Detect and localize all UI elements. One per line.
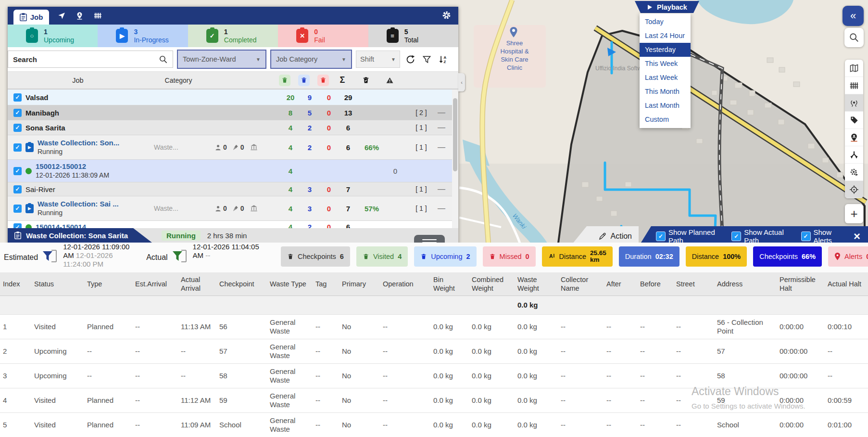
dash-value: — — [438, 143, 450, 152]
search-input[interactable]: Search — [8, 51, 173, 68]
dash-value: — — [438, 185, 450, 193]
playback-item[interactable]: Last Month — [640, 99, 691, 113]
helper-count: 0 — [240, 205, 244, 212]
cell: 0.0 kg — [515, 364, 558, 388]
path-toggle[interactable]: Show Alerts — [801, 228, 847, 244]
live-tracking-button[interactable] — [845, 94, 863, 112]
checkbox-icon[interactable] — [656, 231, 666, 241]
playback-item[interactable]: Last Week — [640, 71, 691, 85]
elapsed-time: 2 hrs 38 min — [207, 231, 247, 240]
tab-fail[interactable]: ✕ 0Fail — [278, 25, 368, 47]
fence-icon[interactable] — [93, 12, 102, 20]
cell: 57 — [216, 339, 267, 364]
town-zone-ward-select[interactable]: Town-Zone-Ward — [177, 50, 266, 69]
collapse-panel-button[interactable]: « — [843, 6, 864, 26]
panel-collapse-handle[interactable]: ‹ — [458, 73, 465, 91]
job-link[interactable]: Waste Collection: Sai ... — [38, 200, 119, 209]
zoom-in-button[interactable]: + — [845, 204, 863, 223]
row-checkbox[interactable] — [13, 167, 22, 175]
table-row-group[interactable]: Valsad 20 9 0 29 — [8, 90, 458, 105]
playback-item[interactable]: Custom — [640, 113, 691, 127]
visited-count: 8 — [281, 109, 300, 117]
table-row-job[interactable]: ▶ Waste Collection: Son...Running Waste.… — [8, 135, 458, 160]
playback-item[interactable]: This Week — [640, 57, 691, 71]
trip-link[interactable]: 150012-150012 — [36, 162, 109, 171]
upcoming-label: Upcoming — [44, 36, 74, 44]
shift-select[interactable]: Shift — [356, 51, 400, 68]
cell: Upcoming — [31, 364, 84, 388]
playback-item[interactable]: Today — [640, 15, 691, 29]
navigate-icon[interactable] — [58, 12, 66, 20]
checkbox-icon[interactable] — [731, 231, 741, 241]
tags-button[interactable] — [845, 112, 863, 129]
table-row[interactable]: 1VisitedPlanned--11:13 AM56General Waste… — [0, 315, 868, 339]
playback-button[interactable]: Playback — [635, 1, 699, 13]
summary-cell — [714, 296, 777, 315]
playback-item[interactable]: Yesterday — [640, 43, 691, 57]
filter-button[interactable] — [420, 55, 433, 64]
checkbox-icon[interactable] — [801, 231, 811, 241]
dash-value: — — [438, 123, 450, 132]
path-toggle[interactable]: Show Planned Path — [656, 228, 725, 244]
cell: -- — [673, 339, 714, 364]
tab-total[interactable]: ≡ 5Total — [368, 25, 458, 47]
person-pin-icon[interactable] — [75, 11, 84, 20]
close-icon[interactable]: × — [854, 231, 860, 242]
row-checkbox[interactable] — [13, 205, 22, 213]
recenter-button[interactable] — [845, 181, 863, 198]
map-settings-button[interactable] — [845, 164, 863, 181]
table-row-trip[interactable]: 150012-15001212-01-2026 11:38:09 AM 4 0 — [8, 160, 458, 182]
tab-in-progress[interactable]: ▶ 3In-Progress — [98, 25, 188, 47]
playback-item[interactable]: Last 24 Hour — [640, 29, 691, 43]
sort-button[interactable]: AZ — [437, 54, 449, 64]
hospital-label: Shree Hospital & Skin Care Clinic — [494, 39, 535, 72]
actual-funnel-icon — [172, 249, 188, 266]
cell: No — [339, 413, 380, 437]
tab-completed[interactable]: ✓ 1Completed — [188, 25, 278, 47]
detail-title-tab[interactable]: Waste Collection: Sona Sarita — [8, 228, 152, 243]
alerts-count: 0 — [386, 167, 405, 175]
settings-gear-icon[interactable] — [441, 10, 452, 20]
cell: 0.0 kg — [469, 339, 515, 364]
column-header: Actual Halt — [825, 272, 868, 296]
row-checkbox[interactable] — [13, 109, 22, 117]
playback-item[interactable]: This Month — [640, 85, 691, 99]
playback-label: Playback — [657, 3, 687, 11]
missed-count: 0 — [319, 93, 339, 102]
column-header: After — [604, 272, 637, 296]
row-checkbox[interactable] — [13, 93, 22, 102]
map-search-button[interactable] — [844, 28, 864, 47]
job-status: Running — [38, 209, 119, 218]
vertical-scrollbar[interactable] — [452, 90, 458, 246]
toggle-label: Show Planned Path — [668, 228, 725, 244]
tab-upcoming[interactable]: ○ 1Upcoming — [8, 25, 98, 47]
table-row[interactable]: 5VisitedPlanned--11:09 AMSchoolGeneral W… — [0, 413, 868, 437]
table-row[interactable]: 2Upcoming------57General Waste--No--0.0 … — [0, 339, 868, 364]
column-header: Waste Weight — [515, 272, 558, 296]
table-row-job[interactable]: ▶ Waste Collection: Sai ...Running Waste… — [8, 196, 458, 221]
cell: -- — [132, 388, 178, 413]
scrollbar-thumb[interactable] — [453, 98, 457, 171]
cell: -- — [132, 315, 178, 339]
path-toggle[interactable]: Show Actual Path — [731, 228, 794, 244]
table-row-group[interactable]: Sai-River 4 3 0 7 [ 1 ] — — [8, 182, 458, 196]
column-header: Permissible Halt — [777, 272, 825, 296]
cell: -- — [637, 388, 673, 413]
total-clipboard-icon: ≡ — [387, 29, 399, 43]
row-checkbox[interactable] — [13, 143, 22, 152]
table-row-group[interactable]: Manibagh 8 5 0 13 [ 2 ] — — [8, 105, 458, 120]
map-layers-button[interactable] — [845, 60, 863, 77]
job-link[interactable]: Waste Collection: Son... — [38, 139, 119, 148]
cell: School — [714, 413, 777, 437]
table-row-group[interactable]: Sona Sarita 4 2 0 6 [ 1 ] — — [8, 120, 458, 135]
tab-job[interactable]: Job — [13, 10, 49, 25]
refresh-button[interactable] — [404, 54, 416, 64]
cell: 0:01:00 — [825, 413, 868, 437]
job-category-select[interactable]: Job Category — [270, 50, 352, 69]
nearby-points-button[interactable] — [845, 129, 863, 146]
route-split-button[interactable] — [845, 146, 863, 164]
row-checkbox[interactable] — [13, 185, 22, 193]
detail-strip: Waste Collection: Sona Sarita Running 2 … — [8, 228, 458, 243]
row-checkbox[interactable] — [13, 124, 22, 132]
geofence-button[interactable] — [845, 77, 863, 94]
